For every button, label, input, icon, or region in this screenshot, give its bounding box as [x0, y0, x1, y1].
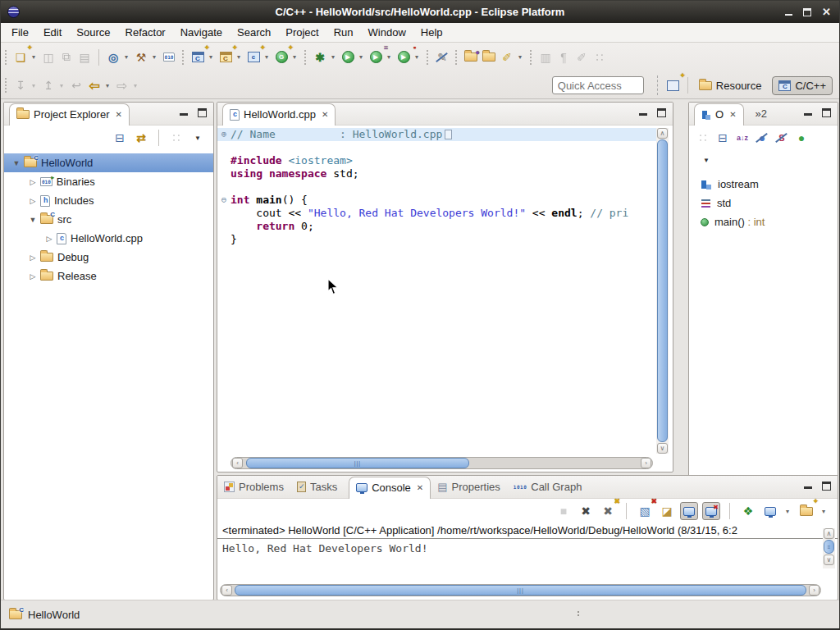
- menu-file[interactable]: File: [4, 24, 36, 41]
- format-icon[interactable]: ✐: [573, 48, 591, 66]
- content-assist-icon[interactable]: ∷: [591, 48, 609, 66]
- open-resource-icon[interactable]: [480, 48, 498, 66]
- scroll-left-icon[interactable]: ‹: [232, 458, 243, 468]
- focus-icon[interactable]: ∷: [167, 129, 185, 147]
- editor-hscrollbar[interactable]: ‹ ||| ›: [231, 457, 653, 469]
- minimize-icon[interactable]: [804, 110, 812, 116]
- profile-dropdown-icon[interactable]: ▾: [385, 53, 393, 61]
- menu-run[interactable]: Run: [326, 24, 361, 41]
- maximize-icon[interactable]: [657, 108, 666, 117]
- new-cpp-project-icon[interactable]: C: [217, 48, 235, 66]
- close-icon[interactable]: ✕: [417, 483, 423, 492]
- expander-open-icon[interactable]: ▼: [25, 216, 40, 224]
- expander-closed-icon[interactable]: ▷: [25, 178, 40, 186]
- maximize-icon[interactable]: [822, 108, 831, 117]
- new-class-icon[interactable]: G: [272, 48, 290, 66]
- tree-item-debug[interactable]: ▷ Debug: [4, 248, 213, 267]
- tab-problems[interactable]: Problems: [217, 477, 290, 498]
- collapse-all-icon[interactable]: ⊟: [111, 129, 129, 147]
- scroll-thumb[interactable]: ≡: [824, 540, 834, 554]
- profile-icon[interactable]: ▶: [367, 48, 385, 66]
- display-selected-console-icon[interactable]: [761, 502, 779, 520]
- launch-config-dropdown-icon[interactable]: ▾: [122, 53, 130, 61]
- previous-annotation-icon[interactable]: ↥: [39, 76, 57, 94]
- new-source-file-icon[interactable]: c: [244, 48, 262, 66]
- sort-icon[interactable]: a↓z: [733, 129, 751, 147]
- terminate-icon[interactable]: ■: [555, 502, 573, 520]
- tab-call-graph[interactable]: 1010 Call Graph: [507, 477, 589, 498]
- expander-closed-icon[interactable]: ▷: [25, 272, 40, 281]
- save-icon[interactable]: ◫: [39, 48, 57, 66]
- new-class-dropdown-icon[interactable]: ▾: [290, 53, 299, 61]
- show-console-stderr-toggle[interactable]: [702, 502, 720, 520]
- binary-doc-icon[interactable]: 010: [160, 48, 178, 66]
- link-with-editor-icon[interactable]: ⇄: [132, 129, 150, 147]
- new-cpp-project-dropdown-icon[interactable]: ▾: [235, 53, 243, 61]
- external-tools-dropdown-icon[interactable]: ▾: [413, 53, 421, 61]
- external-tools-icon[interactable]: ▶: [395, 48, 413, 66]
- new-wizard-dropdown-icon[interactable]: ▾: [30, 53, 38, 61]
- tree-item-src[interactable]: ▼ src: [4, 210, 213, 229]
- minimize-icon[interactable]: [180, 110, 188, 116]
- previous-annotation-dropdown-icon[interactable]: ▾: [57, 82, 66, 89]
- build-icon[interactable]: ⚒: [132, 48, 150, 66]
- tree-item-includes[interactable]: ▷ Includes: [4, 191, 213, 210]
- new-c-project-dropdown-icon[interactable]: ▾: [207, 53, 215, 61]
- show-selected-element-icon[interactable]: ▥: [536, 48, 555, 66]
- back-icon[interactable]: ⇦: [85, 76, 103, 94]
- view-menu-icon[interactable]: ▼: [697, 151, 715, 169]
- scroll-lock-icon[interactable]: ◪: [658, 502, 676, 520]
- console-output[interactable]: Hello, Red Hat Developers World!: [217, 539, 838, 578]
- tree-item-helloworld[interactable]: ▼ HelloWorld: [4, 153, 213, 172]
- maximize-icon[interactable]: [822, 482, 831, 491]
- scroll-up-icon[interactable]: ∧: [824, 528, 834, 539]
- focus-icon[interactable]: ∷: [694, 129, 712, 147]
- last-edit-location-icon[interactable]: ↩: [67, 76, 85, 94]
- sash-grip[interactable]: [578, 611, 579, 613]
- stacked-views-indicator[interactable]: »2: [756, 107, 767, 120]
- hide-fields-icon[interactable]: ●: [753, 129, 771, 147]
- menu-edit[interactable]: Edit: [36, 24, 69, 41]
- expander-closed-icon[interactable]: ▷: [25, 253, 40, 262]
- perspective-cpp-button[interactable]: C C/C++: [772, 76, 833, 95]
- console-hscrollbar[interactable]: ‹ ||| ›: [220, 584, 821, 596]
- scroll-up-icon[interactable]: ∧: [657, 128, 668, 139]
- save-all-icon[interactable]: ⧉: [57, 48, 75, 66]
- tab-outline[interactable]: O ✕: [694, 103, 744, 126]
- scroll-thumb[interactable]: |||: [246, 458, 469, 468]
- show-console-stdout-toggle[interactable]: [680, 502, 698, 520]
- scroll-thumb[interactable]: |||: [235, 585, 806, 596]
- build-dropdown-icon[interactable]: ▾: [150, 53, 158, 61]
- pin-console-icon[interactable]: ❖: [739, 502, 757, 520]
- menu-navigate[interactable]: Navigate: [173, 24, 230, 41]
- menu-refactor[interactable]: Refactor: [118, 24, 173, 41]
- code-editor[interactable]: ⊕// Name : HelloWorld.cpp#include <iostr…: [217, 126, 656, 455]
- close-icon[interactable]: ✕: [322, 110, 328, 119]
- scroll-down-icon[interactable]: ∨: [657, 443, 668, 454]
- console-vscrollbar[interactable]: ∧ ≡ ∨: [823, 528, 835, 568]
- open-console-icon[interactable]: [797, 502, 815, 520]
- outline-item-std[interactable]: std: [689, 194, 838, 212]
- window-close-icon[interactable]: ✕: [822, 7, 831, 17]
- close-icon[interactable]: ✕: [115, 110, 121, 119]
- expander-closed-icon[interactable]: ▷: [42, 235, 57, 243]
- menu-help[interactable]: Help: [413, 24, 450, 41]
- tree-item-binaries[interactable]: ▷ 010 Binaries: [4, 172, 213, 191]
- new-source-file-dropdown-icon[interactable]: ▾: [262, 53, 271, 61]
- tree-item-helloworld-cpp[interactable]: ▷ HelloWorld.cpp: [4, 229, 213, 248]
- tab-tasks[interactable]: Tasks: [290, 477, 344, 498]
- tab-properties[interactable]: ▤ Properties: [431, 477, 507, 498]
- search-icon[interactable]: ✐: [498, 48, 516, 66]
- maximize-icon[interactable]: [198, 108, 207, 117]
- window-minimize-icon[interactable]: [785, 9, 792, 16]
- outline-item-main[interactable]: main() : int: [689, 212, 838, 231]
- search-dropdown-icon[interactable]: ▾: [516, 53, 524, 61]
- tree-item-release[interactable]: ▷ Release: [4, 267, 213, 285]
- scroll-left-icon[interactable]: ‹: [221, 585, 232, 596]
- launch-config-icon[interactable]: ◎: [104, 48, 122, 66]
- scroll-down-icon[interactable]: ∨: [824, 555, 834, 565]
- minimize-icon[interactable]: [804, 483, 812, 489]
- open-perspective-icon[interactable]: [664, 76, 682, 94]
- expander-closed-icon[interactable]: ▷: [25, 197, 40, 205]
- view-menu-icon[interactable]: ▼: [189, 129, 207, 147]
